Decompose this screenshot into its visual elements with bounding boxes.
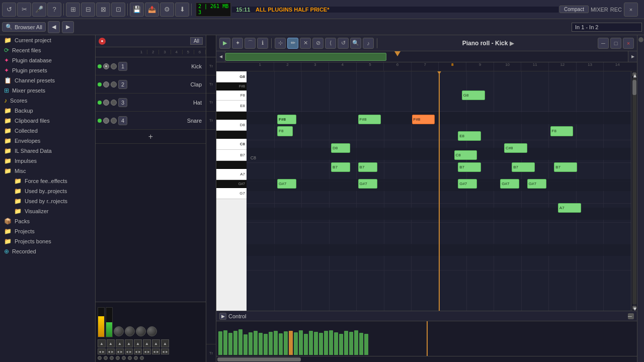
control-expand-btn[interactable]: ▶ bbox=[219, 313, 226, 320]
arr-up-7[interactable]: ▲ bbox=[152, 339, 160, 347]
sidebar-item-packs[interactable]: 📦 Packs bbox=[0, 216, 95, 226]
pr-mute-btn[interactable]: ⊘ bbox=[312, 38, 324, 49]
vel-bar-19[interactable] bbox=[314, 332, 318, 355]
undo-btn[interactable]: ↺ bbox=[2, 3, 16, 17]
key-B7[interactable]: B7 bbox=[216, 150, 247, 161]
lr-6[interactable]: ◄► bbox=[143, 348, 151, 354]
arr-up-5[interactable]: ▲ bbox=[134, 339, 142, 347]
lr-7[interactable]: ◄► bbox=[152, 348, 160, 354]
vel-bar-23[interactable] bbox=[334, 332, 338, 355]
key-Bb7[interactable] bbox=[216, 161, 247, 169]
pr-zoom-btn[interactable]: 🔍 bbox=[350, 38, 361, 49]
key-D8[interactable]: D8 bbox=[216, 120, 247, 131]
note-d8-1[interactable]: D8 bbox=[331, 143, 350, 153]
pr-scrollbar-h[interactable] bbox=[216, 356, 637, 362]
snare-num[interactable]: 4 bbox=[118, 116, 127, 125]
pr-sel-btn[interactable]: ⊹ bbox=[275, 38, 286, 49]
sidebar-item-scores[interactable]: ♪ Scores bbox=[0, 96, 95, 106]
knob-1[interactable] bbox=[114, 326, 124, 336]
key-Eb8[interactable] bbox=[216, 112, 247, 120]
arr-up-4[interactable]: ▲ bbox=[125, 339, 133, 347]
pr-scrollthumb[interactable] bbox=[632, 80, 636, 95]
pr-scrollbar-v[interactable]: ▲ ▼ bbox=[631, 71, 637, 311]
pr-loop-btn[interactable]: ↺ bbox=[338, 38, 349, 49]
note-g#7-5[interactable]: G#7 bbox=[527, 179, 546, 189]
sidebar-item-recorded[interactable]: ⊕ Recorded bbox=[0, 246, 95, 256]
arr-up-1[interactable]: ▲ bbox=[98, 339, 106, 347]
note-e8-1[interactable]: E8 bbox=[458, 131, 481, 141]
sidebar-item-misc[interactable]: 📁 Misc bbox=[0, 166, 95, 176]
rec-btn[interactable]: ● bbox=[99, 38, 106, 45]
sidebar-item-clipboard-files[interactable]: 📁 Clipboard files bbox=[0, 116, 95, 126]
sidebar-item-recent-files[interactable]: ⟳ Recent files bbox=[0, 45, 95, 55]
note-c8-1[interactable]: C8 bbox=[454, 150, 477, 160]
key-F#8[interactable]: F#8 bbox=[216, 82, 247, 90]
nav-fwd-btn[interactable]: ▶ bbox=[62, 21, 74, 33]
sidebar-item-projects[interactable]: 📁 Projects bbox=[0, 226, 95, 236]
vel-bar-20[interactable] bbox=[319, 333, 323, 355]
note-c#8-1[interactable]: C#8 bbox=[504, 143, 527, 153]
key-G7[interactable]: G7 bbox=[216, 188, 247, 199]
note-b7-3[interactable]: B7 bbox=[458, 162, 481, 172]
vel-bar-24[interactable] bbox=[339, 334, 343, 355]
kick-mute-btn[interactable]: ● bbox=[103, 63, 109, 69]
arr-up-3[interactable]: ▲ bbox=[116, 339, 124, 347]
sidebar-item-collected[interactable]: 📁 Collected bbox=[0, 126, 95, 136]
note-g#7-4[interactable]: G#7 bbox=[500, 179, 519, 189]
pr-wrap-btn[interactable]: ⌒ bbox=[245, 38, 256, 49]
key-C8[interactable]: C8 bbox=[216, 139, 247, 150]
all-btn[interactable]: All bbox=[190, 37, 203, 45]
vel-bar-18[interactable] bbox=[309, 331, 313, 355]
vel-bar-7[interactable] bbox=[254, 331, 258, 355]
note-g#7-3[interactable]: G#7 bbox=[458, 179, 477, 189]
tl-region[interactable] bbox=[225, 53, 386, 61]
vel-bar-22[interactable] bbox=[329, 330, 333, 355]
snare-solo-btn[interactable] bbox=[111, 118, 117, 124]
vel-bar-17[interactable] bbox=[304, 334, 308, 355]
tl-scroll-right[interactable]: ▶ bbox=[628, 51, 637, 62]
sidebar-item-plugin-presets[interactable]: ✦ Plugin presets bbox=[0, 65, 95, 75]
close-window-btn[interactable]: × bbox=[624, 3, 638, 17]
sidebar-item-visualizer[interactable]: 📁 Visualizer bbox=[0, 206, 95, 216]
download-btn[interactable]: ⬇ bbox=[175, 3, 189, 17]
sidebar-item-impulses[interactable]: 📁 Impulses bbox=[0, 156, 95, 166]
cut-btn[interactable]: ✂ bbox=[17, 3, 31, 17]
vel-bar-1[interactable] bbox=[223, 330, 227, 355]
key-G8[interactable]: G8 bbox=[216, 71, 247, 82]
sidebar-item-backup[interactable]: 📁 Backup bbox=[0, 106, 95, 116]
right-edge-btn[interactable] bbox=[638, 37, 643, 42]
pr-close-btn[interactable]: × bbox=[623, 38, 634, 49]
vel-bar-26[interactable] bbox=[349, 332, 353, 355]
pr-info-btn[interactable]: ℹ bbox=[257, 38, 268, 49]
sidebar-item-channel-presets[interactable]: 📋 Channel presets bbox=[0, 75, 95, 85]
tl-scroll-left[interactable]: ◀ bbox=[216, 51, 225, 62]
note-g#7-2[interactable]: G#7 bbox=[358, 179, 377, 189]
pr-minimize-btn[interactable]: ─ bbox=[598, 38, 609, 49]
add-channel-btn[interactable]: + bbox=[96, 130, 206, 144]
arr-up-2[interactable]: ▲ bbox=[107, 339, 115, 347]
pr-erase-btn[interactable]: ✕ bbox=[300, 38, 311, 49]
sidebar-item-il-shared-data[interactable]: 📁 IL Shared Data bbox=[0, 146, 95, 156]
piano-btn[interactable]: ⊠ bbox=[96, 3, 110, 17]
vel-bar-16[interactable] bbox=[299, 330, 303, 355]
note-b7-4[interactable]: B7 bbox=[512, 162, 535, 172]
hat-solo-btn[interactable] bbox=[111, 100, 117, 106]
lr-5[interactable]: ◄► bbox=[134, 348, 142, 354]
lr-4[interactable]: ◄► bbox=[125, 348, 133, 354]
save-btn[interactable]: 💾 bbox=[130, 3, 144, 17]
knob-4[interactable] bbox=[147, 326, 157, 336]
settings-btn[interactable]: ⚙ bbox=[160, 3, 174, 17]
knob-2[interactable] bbox=[125, 326, 135, 336]
mic-btn[interactable]: 🎤 bbox=[32, 3, 46, 17]
note-g8-1[interactable]: G8 bbox=[462, 90, 485, 100]
mix-btn[interactable]: ⊡ bbox=[111, 3, 125, 17]
note-a7-1[interactable]: A7 bbox=[558, 203, 581, 213]
sidebar-item-used-by-projects[interactable]: 📁 Used by..projects bbox=[0, 186, 95, 196]
note-b7-5[interactable]: B7 bbox=[554, 162, 577, 172]
pr-scroll-up[interactable]: ▲ bbox=[632, 72, 636, 76]
knob-3[interactable] bbox=[136, 326, 146, 336]
lr-2[interactable]: ◄► bbox=[107, 348, 115, 354]
vel-bar-25[interactable] bbox=[344, 331, 348, 355]
vel-bar-8[interactable] bbox=[259, 333, 263, 355]
arr-up-8[interactable]: ▲ bbox=[161, 339, 169, 347]
